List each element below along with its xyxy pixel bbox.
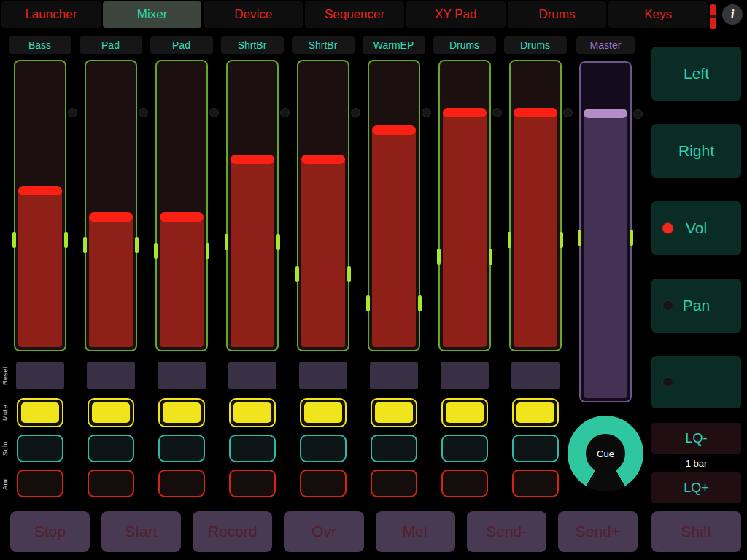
fader-handle[interactable]: [231, 155, 274, 164]
reset-button[interactable]: [16, 362, 64, 389]
pan-knob[interactable]: [422, 108, 431, 117]
mute-button[interactable]: [17, 398, 63, 427]
mute-button[interactable]: [371, 398, 417, 427]
pan-knob[interactable]: [280, 108, 290, 117]
volume-fader[interactable]: [438, 60, 491, 351]
solo-button[interactable]: [441, 435, 488, 462]
tab-device[interactable]: Device: [204, 1, 303, 28]
reset-button[interactable]: [158, 362, 206, 389]
solo-button[interactable]: [300, 435, 347, 462]
send-minus-button[interactable]: Send-: [467, 511, 546, 552]
fader-handle[interactable]: [372, 125, 416, 135]
arm-button[interactable]: [17, 470, 63, 497]
reset-button[interactable]: [441, 362, 489, 389]
arm-button[interactable]: [88, 470, 134, 497]
pan-knob[interactable]: [68, 108, 77, 117]
master-label[interactable]: Master: [576, 36, 635, 54]
fader-handle[interactable]: [18, 186, 62, 195]
fader-handle[interactable]: [89, 212, 133, 222]
track-name[interactable]: Pad: [150, 36, 213, 54]
vol-button[interactable]: Vol: [651, 201, 741, 255]
reset-button[interactable]: [87, 362, 135, 389]
pan-knob[interactable]: [492, 108, 502, 117]
tab-launcher[interactable]: Launcher: [1, 1, 101, 28]
solo-button[interactable]: [512, 435, 559, 462]
mute-button[interactable]: [229, 398, 276, 427]
track-name[interactable]: WarmEP: [363, 36, 425, 54]
channel-strip: ShrtBr: [217, 36, 287, 497]
lq-minus-button[interactable]: LQ-: [651, 423, 741, 454]
met-button[interactable]: Met: [376, 511, 455, 552]
pan-knob[interactable]: [351, 108, 360, 117]
meter-tick: [135, 237, 139, 253]
fader-handle[interactable]: [443, 108, 487, 117]
pan-knob[interactable]: [633, 109, 643, 119]
track-name[interactable]: ShrtBr: [292, 36, 355, 54]
volume-fader[interactable]: [85, 60, 137, 351]
reset-button[interactable]: [511, 362, 560, 389]
left-button[interactable]: Left: [651, 47, 741, 101]
blank-mode-button[interactable]: [651, 356, 741, 408]
volume-fader[interactable]: [509, 60, 562, 351]
track-name[interactable]: Bass: [9, 36, 71, 54]
fader-handle[interactable]: [301, 155, 345, 164]
solo-button[interactable]: [371, 435, 417, 462]
arm-button[interactable]: [229, 470, 276, 497]
arm-button[interactable]: [371, 470, 417, 497]
arm-button[interactable]: [300, 470, 347, 497]
start-button[interactable]: Start: [101, 511, 181, 552]
channel-strip: Pad: [75, 36, 146, 497]
fader-handle[interactable]: [160, 212, 204, 222]
volume-fader[interactable]: [368, 60, 420, 351]
mute-button[interactable]: [88, 398, 134, 427]
solo-button[interactable]: [158, 435, 205, 462]
track-name[interactable]: Pad: [80, 36, 142, 54]
cue-knob[interactable]: Cue: [568, 416, 643, 491]
mute-button[interactable]: [300, 398, 347, 427]
tab-drums[interactable]: Drums: [508, 1, 607, 28]
reset-button[interactable]: [370, 362, 418, 389]
info-button[interactable]: i: [722, 4, 743, 25]
arm-button[interactable]: [441, 470, 488, 497]
arm-button[interactable]: [158, 470, 205, 497]
status-indicator: [710, 4, 716, 29]
right-button[interactable]: Right: [651, 124, 741, 178]
pan-knob[interactable]: [139, 108, 148, 117]
meter-tick: [630, 230, 633, 246]
reset-button[interactable]: [228, 362, 276, 389]
volume-fader[interactable]: [297, 60, 349, 351]
solo-button[interactable]: [88, 435, 134, 462]
fader-handle[interactable]: [584, 109, 627, 118]
tab-xy-pad[interactable]: XY Pad: [406, 1, 506, 28]
track-name[interactable]: ShrtBr: [221, 36, 284, 54]
shift-button[interactable]: Shift: [651, 511, 741, 552]
volume-fader[interactable]: [14, 60, 66, 351]
tab-sequencer[interactable]: Sequencer: [305, 1, 404, 28]
record-button[interactable]: Record: [193, 511, 272, 552]
tab-mixer[interactable]: Mixer: [103, 1, 202, 28]
track-name[interactable]: Drums: [433, 36, 496, 54]
pan-led: [662, 300, 673, 311]
pan-knob[interactable]: [209, 108, 219, 117]
pan-knob[interactable]: [563, 108, 573, 117]
mute-button[interactable]: [512, 398, 559, 427]
send-plus-button[interactable]: Send+: [558, 511, 638, 552]
lq-plus-button[interactable]: LQ+: [651, 472, 741, 503]
mute-button[interactable]: [158, 398, 205, 427]
track-name[interactable]: Drums: [504, 36, 567, 54]
volume-fader[interactable]: [226, 60, 279, 351]
meter-tick: [83, 237, 87, 253]
volume-fader[interactable]: [155, 60, 208, 351]
arm-button[interactable]: [512, 470, 559, 497]
ovr-button[interactable]: Ovr: [284, 511, 363, 552]
stop-button[interactable]: Stop: [10, 511, 90, 552]
tab-keys[interactable]: Keys: [608, 1, 708, 28]
solo-button[interactable]: [17, 435, 63, 462]
mute-button[interactable]: [441, 398, 488, 427]
fader-handle[interactable]: [514, 108, 557, 117]
fader-fill: [18, 188, 62, 347]
pan-button[interactable]: Pan: [651, 279, 741, 332]
solo-button[interactable]: [229, 435, 276, 462]
master-fader[interactable]: [579, 61, 632, 402]
reset-button[interactable]: [299, 362, 347, 389]
